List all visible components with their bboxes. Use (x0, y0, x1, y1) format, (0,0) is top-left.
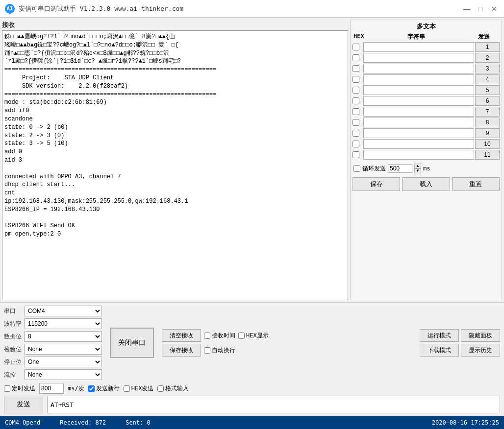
send-newline-checkbox[interactable] (88, 385, 95, 392)
spin-up-button[interactable]: ▲ (414, 164, 421, 168)
send-num-button-9[interactable]: 9 (475, 128, 500, 138)
loop-row: 循环发送 ▲ ▼ ms (353, 163, 500, 174)
loop-interval-spinners: ▲ ▼ (414, 164, 421, 173)
send-num-button-6[interactable]: 6 (475, 96, 500, 106)
mode-buttons: 运行模式 隐藏面板 下载模式 显示历史 (420, 329, 500, 357)
send-num-button-5[interactable]: 5 (475, 85, 500, 95)
databits-row: 数据位 8 (4, 331, 102, 342)
bottom-area: 串口 COM4 波特率 115200 数据位 8 检验位 No (0, 302, 504, 416)
hex-row-checkbox-1[interactable] (353, 44, 359, 50)
loop-send-label: 循环发送 (362, 165, 386, 173)
databits-label: 数据位 (4, 333, 23, 341)
save-receive-button[interactable]: 保存接收 (162, 344, 201, 357)
send-num-button-10[interactable]: 10 (475, 139, 500, 149)
title-bar: AI 安信可串口调试助手 V1.2.3.0 www.ai-thinker.com… (0, 0, 504, 18)
send-newline-label-el: 发送新行 (88, 384, 120, 393)
hex-row-checkbox-2[interactable] (353, 54, 359, 61)
bottom-row1: 串口 COM4 波特率 115200 数据位 8 检验位 No (4, 306, 500, 380)
hex-row: 4 (353, 74, 500, 84)
spin-down-button[interactable]: ▼ (414, 168, 421, 173)
port-row: 串口 COM4 (4, 306, 102, 316)
auto-newline-checkbox[interactable] (204, 347, 210, 354)
hex-row-input-5[interactable] (363, 85, 474, 95)
hex-send-checkbox[interactable] (124, 385, 130, 392)
hex-row-input-1[interactable] (363, 42, 474, 52)
receive-area[interactable]: 銖□□▲▲鷹峺og?l?1`□?□no▲d`□□□o;噼沢▲□□億` 8嵐?□▲… (2, 30, 348, 300)
hex-display-checkbox[interactable] (238, 333, 245, 339)
hex-row-checkbox-10[interactable] (353, 141, 359, 147)
ms-per-label: ms/次 (68, 384, 84, 393)
mode-btn-row1: 运行模式 隐藏面板 (420, 329, 500, 342)
flow-row: 流控 None (4, 369, 102, 380)
timed-send-checkbox[interactable] (4, 385, 10, 392)
send-num-button-2[interactable]: 2 (475, 53, 500, 63)
port-controls: 串口 COM4 波特率 115200 数据位 8 检验位 No (4, 306, 102, 380)
timed-interval-input[interactable] (39, 383, 64, 394)
send-num-button-1[interactable]: 1 (475, 42, 500, 52)
flow-select[interactable]: None (25, 369, 102, 380)
hex-row: 10 (353, 139, 500, 149)
hex-row-input-8[interactable] (363, 118, 474, 127)
minimize-button[interactable]: — (462, 4, 472, 14)
receive-action-group: 清空接收 接收时间 HEX显示 保存接收 自动换行 (162, 329, 269, 357)
port-select[interactable]: COM4 (25, 306, 102, 316)
hex-row-checkbox-5[interactable] (353, 87, 359, 94)
restore-button[interactable]: □ (476, 4, 485, 14)
open-port-button[interactable]: 关闭串口 (110, 328, 154, 358)
time-checkbox[interactable] (204, 333, 210, 339)
left-panel: 接收 銖□□▲▲鷹峺og?l?1`□?□no▲d`□□□o;噼沢▲□□億` 8嵐… (2, 20, 348, 300)
send-num-button-3[interactable]: 3 (475, 64, 500, 73)
hex-row-checkbox-8[interactable] (353, 119, 359, 126)
stopbits-select[interactable]: One (25, 357, 102, 367)
hex-row-checkbox-4[interactable] (353, 76, 359, 83)
hex-row-checkbox-7[interactable] (353, 108, 359, 115)
load-multi-button[interactable]: 载入 (402, 177, 450, 191)
loop-interval-input[interactable] (388, 164, 412, 173)
send-button[interactable]: 发送 (4, 396, 43, 413)
baudrate-select[interactable]: 115200 (25, 318, 102, 329)
send-col-header: 发送 (469, 33, 499, 41)
send-num-button-7[interactable]: 7 (475, 107, 500, 117)
databits-select[interactable]: 8 (25, 331, 102, 342)
format-input-checkbox[interactable] (157, 385, 164, 392)
baudrate-label: 波特率 (4, 320, 23, 328)
send-input[interactable] (47, 396, 500, 413)
send-row: 发送 (4, 396, 500, 413)
hex-row-checkbox-6[interactable] (353, 97, 359, 104)
hex-row-checkbox-3[interactable] (353, 65, 359, 72)
send-num-button-11[interactable]: 11 (475, 150, 500, 160)
close-button[interactable]: ✕ (489, 4, 499, 14)
hex-row: 5 (353, 85, 500, 95)
hex-row-input-10[interactable] (363, 139, 474, 149)
hex-row-checkbox-11[interactable] (353, 151, 359, 158)
parity-row: 检验位 None (4, 344, 102, 355)
mode-btn-row2: 下载模式 显示历史 (420, 344, 500, 357)
run-mode-button[interactable]: 运行模式 (420, 329, 459, 342)
send-num-button-8[interactable]: 8 (475, 118, 500, 127)
hex-row-input-3[interactable] (363, 64, 474, 73)
reset-multi-button[interactable]: 重置 (452, 177, 500, 191)
receive-action-row2: 保存接收 自动换行 (162, 344, 269, 357)
clear-receive-button[interactable]: 清空接收 (162, 329, 201, 342)
hex-row-checkbox-9[interactable] (353, 130, 359, 137)
hex-row-input-4[interactable] (363, 74, 474, 84)
baudrate-row: 波特率 115200 (4, 318, 102, 329)
hex-row-input-2[interactable] (363, 53, 474, 63)
hide-panel-button[interactable]: 隐藏面板 (461, 329, 500, 342)
loop-send-checkbox[interactable] (353, 165, 360, 172)
show-history-button[interactable]: 显示历史 (461, 344, 500, 357)
download-mode-button[interactable]: 下载模式 (420, 344, 459, 357)
hex-row-input-9[interactable] (363, 128, 474, 138)
timed-send-label: 定时发送 (4, 384, 35, 393)
hex-send-label-el: HEX发送 (124, 384, 154, 393)
hex-row-input-7[interactable] (363, 107, 474, 117)
hex-row: 8 (353, 118, 500, 127)
save-multi-button[interactable]: 保存 (353, 177, 400, 191)
parity-select[interactable]: None (25, 344, 102, 355)
send-num-button-4[interactable]: 4 (475, 74, 500, 84)
hex-row-input-6[interactable] (363, 96, 474, 106)
receive-label: 接收 (2, 20, 348, 30)
received-count: Received: 872 (60, 419, 106, 426)
hex-row-input-11[interactable] (363, 150, 474, 160)
hex-display-label: HEX显示 (238, 332, 269, 340)
